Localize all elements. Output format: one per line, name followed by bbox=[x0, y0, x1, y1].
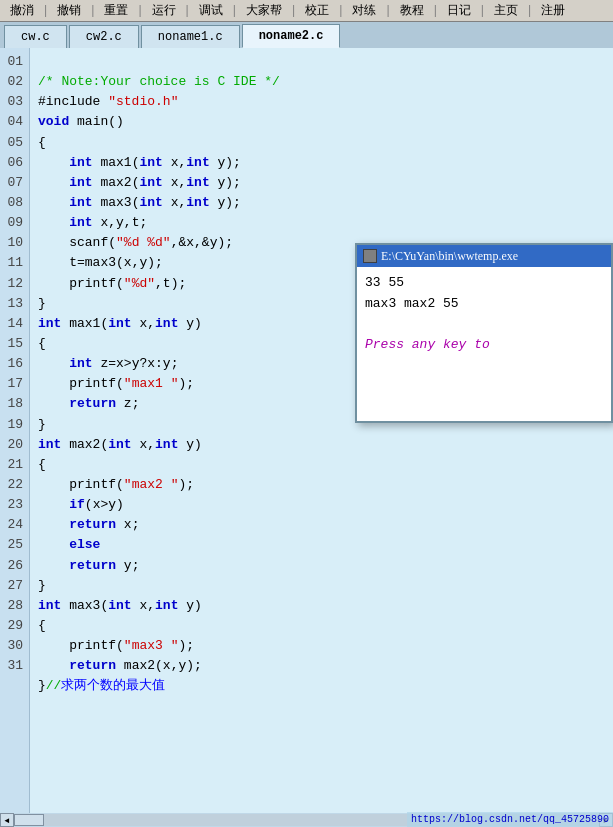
tab-noname1-c[interactable]: noname1.c bbox=[141, 25, 240, 48]
watermark-text: https://blog.csdn.net/qq_45725890 bbox=[411, 814, 609, 825]
code-content[interactable]: /* Note:Your choice is C IDE */ #include… bbox=[30, 48, 613, 827]
line-28: { bbox=[38, 618, 46, 633]
line-19: int max2(int x,int y) bbox=[38, 437, 202, 452]
sep8: | bbox=[382, 4, 393, 18]
line-16: printf("max1 "); bbox=[38, 376, 194, 391]
line-27: int max3(int x,int y) bbox=[38, 598, 202, 613]
line-8: int x,y,t; bbox=[38, 215, 147, 230]
menu-undo[interactable]: 撤消 bbox=[4, 0, 40, 21]
menu-reset[interactable]: 撤销 bbox=[51, 0, 87, 21]
terminal-line-4: Press any key to bbox=[365, 335, 603, 356]
line-31: }//求两个数的最大值 bbox=[38, 678, 165, 693]
terminal-icon bbox=[363, 249, 377, 263]
terminal-line-1: 33 55 bbox=[365, 273, 603, 294]
line-12: } bbox=[38, 296, 46, 311]
scroll-left-btn[interactable]: ◄ bbox=[0, 813, 14, 827]
sep2: | bbox=[87, 4, 98, 18]
line-15: int z=x>y?x:y; bbox=[38, 356, 178, 371]
sep5: | bbox=[229, 4, 240, 18]
line-24: else bbox=[38, 537, 100, 552]
menu-practice[interactable]: 对练 bbox=[346, 0, 382, 21]
line-6: int max2(int x,int y); bbox=[38, 175, 241, 190]
line-2: #include "stdio.h" bbox=[38, 94, 178, 109]
terminal-title: E:\CYuYan\bin\wwtemp.exe bbox=[381, 249, 518, 264]
line-22: if(x>y) bbox=[38, 497, 124, 512]
line-1-comment: /* Note:Your choice is C IDE */ bbox=[38, 74, 280, 89]
terminal-window: E:\CYuYan\bin\wwtemp.exe 33 55 max3 max2… bbox=[355, 243, 613, 423]
menu-help[interactable]: 大家帮 bbox=[240, 0, 288, 21]
tab-cw-c[interactable]: cw.c bbox=[4, 25, 67, 48]
line-5: int max1(int x,int y); bbox=[38, 155, 241, 170]
line-11: printf("%d",t); bbox=[38, 276, 186, 291]
menu-run[interactable]: 运行 bbox=[146, 0, 182, 21]
menu-correct[interactable]: 校正 bbox=[299, 0, 335, 21]
line-9: scanf("%d %d",&x,&y); bbox=[38, 235, 233, 250]
line-numbers: 01 02 03 04 05 06 07 08 09 10 11 12 13 1… bbox=[0, 48, 30, 827]
menu-home[interactable]: 主页 bbox=[488, 0, 524, 21]
line-4: { bbox=[38, 135, 46, 150]
sep1: | bbox=[40, 4, 51, 18]
menu-bar: 撤消 | 撤销 | 重置 | 运行 | 调试 | 大家帮 | 校正 | 对练 |… bbox=[0, 0, 613, 22]
watermark: https://blog.csdn.net/qq_45725890 bbox=[407, 812, 613, 827]
line-13: int max1(int x,int y) bbox=[38, 316, 202, 331]
line-21: printf("max2 "); bbox=[38, 477, 194, 492]
line-18: } bbox=[38, 417, 46, 432]
menu-tutorial[interactable]: 教程 bbox=[394, 0, 430, 21]
line-29: printf("max3 "); bbox=[38, 638, 194, 653]
sep3: | bbox=[134, 4, 145, 18]
terminal-output: 33 55 max3 max2 55 Press any key to bbox=[365, 273, 603, 356]
scroll-thumb[interactable] bbox=[14, 814, 44, 826]
sep6: | bbox=[288, 4, 299, 18]
menu-register[interactable]: 注册 bbox=[535, 0, 571, 21]
tab-bar: cw.c cw2.c noname1.c noname2.c bbox=[0, 22, 613, 48]
line-7: int max3(int x,int y); bbox=[38, 195, 241, 210]
line-17: return z; bbox=[38, 396, 139, 411]
sep9: | bbox=[430, 4, 441, 18]
terminal-line-3 bbox=[365, 315, 603, 336]
line-25: return y; bbox=[38, 558, 139, 573]
terminal-body: 33 55 max3 max2 55 Press any key to bbox=[357, 267, 611, 421]
terminal-line-2: max3 max2 55 bbox=[365, 294, 603, 315]
menu-redo[interactable]: 重置 bbox=[98, 0, 134, 21]
line-26: } bbox=[38, 578, 46, 593]
code-container: 01 02 03 04 05 06 07 08 09 10 11 12 13 1… bbox=[0, 48, 613, 827]
sep7: | bbox=[335, 4, 346, 18]
terminal-title-bar: E:\CYuYan\bin\wwtemp.exe bbox=[357, 245, 611, 267]
menu-diary[interactable]: 日记 bbox=[441, 0, 477, 21]
tab-cw2-c[interactable]: cw2.c bbox=[69, 25, 139, 48]
sep4: | bbox=[182, 4, 193, 18]
line-30: return max2(x,y); bbox=[38, 658, 202, 673]
tab-noname2-c[interactable]: noname2.c bbox=[242, 24, 341, 48]
sep10: | bbox=[477, 4, 488, 18]
menu-debug[interactable]: 调试 bbox=[193, 0, 229, 21]
sep11: | bbox=[524, 4, 535, 18]
line-20: { bbox=[38, 457, 46, 472]
line-10: t=max3(x,y); bbox=[38, 255, 163, 270]
line-14: { bbox=[38, 336, 46, 351]
editor-area: 01 02 03 04 05 06 07 08 09 10 11 12 13 1… bbox=[0, 48, 613, 827]
line-3: void main() bbox=[38, 114, 124, 129]
line-23: return x; bbox=[38, 517, 139, 532]
